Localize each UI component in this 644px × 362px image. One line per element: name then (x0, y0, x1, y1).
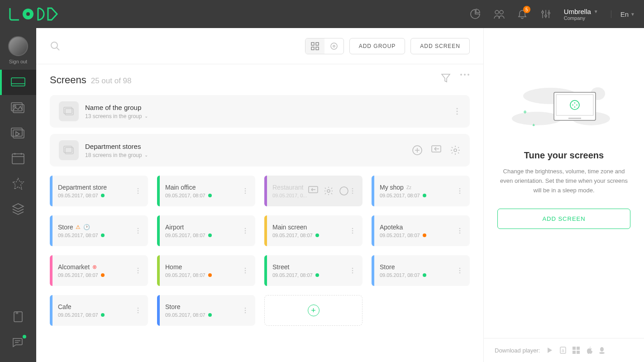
screen-card[interactable]: Home 09.05.2017, 08:07 (157, 255, 255, 286)
status-dot (101, 313, 105, 317)
logo[interactable] (9, 7, 67, 21)
screen-name: Alcomarket (58, 263, 90, 271)
screen-card[interactable]: Department store 09.05.2017, 08:07 (50, 176, 148, 206)
svg-point-66 (245, 233, 246, 234)
apple-icon[interactable] (586, 347, 592, 354)
screen-card[interactable]: Store⚠🕑 09.05.2017, 08:07 (50, 215, 148, 246)
add-screen-card[interactable]: + (264, 295, 363, 326)
svg-point-36 (457, 108, 458, 110)
status-dot (423, 233, 426, 237)
screen-card[interactable]: Store 09.05.2017, 08:07 (372, 255, 470, 286)
nav-apps[interactable] (0, 171, 36, 196)
nav-help[interactable] (0, 304, 36, 329)
screen-card[interactable]: Alcomarket⊗ 09.05.2017, 08:07 (50, 255, 148, 286)
svg-point-64 (245, 228, 246, 229)
svg-text:+: + (532, 122, 535, 128)
chevron-down-icon[interactable]: ⌄ (144, 152, 148, 157)
assign-icon[interactable] (431, 145, 442, 156)
nav-media[interactable] (0, 95, 36, 120)
screen-name: Restaurant (272, 184, 303, 191)
svg-point-87 (138, 312, 139, 314)
screen-card[interactable]: Cafe 09.05.2017, 08:07 (50, 295, 148, 326)
screen-menu-icon[interactable] (349, 267, 356, 274)
panel-add-screen-button[interactable]: ADD SCREEN (497, 209, 630, 229)
lang-label: En (620, 10, 629, 18)
screen-card[interactable]: Street 09.05.2017, 08:07 (264, 255, 363, 286)
page-count: 25 out of 98 (91, 76, 132, 86)
screen-menu-icon[interactable] (242, 307, 249, 314)
screen-menu-icon[interactable] (456, 267, 463, 274)
group-row[interactable]: Department stores 18 screens in the grou… (50, 134, 470, 167)
status-dot (423, 273, 426, 277)
screen-card[interactable]: My shopZz 09.05.2017, 08:07 (372, 176, 470, 206)
screen-menu-icon[interactable] (242, 228, 249, 234)
screen-menu-icon[interactable] (349, 228, 356, 234)
nav-screens[interactable] (0, 70, 36, 95)
map-view-button[interactable] (324, 38, 343, 54)
screen-menu-icon[interactable] (349, 188, 356, 194)
sign-out-link[interactable]: Sign out (9, 59, 27, 64)
settings-icon[interactable] (324, 186, 334, 196)
nav-playlists[interactable] (0, 120, 36, 146)
add-to-group-icon[interactable] (412, 145, 423, 156)
company-dropdown[interactable]: Umbrella▼ Company (564, 8, 598, 21)
group-settings-icon[interactable] (450, 145, 461, 156)
screen-card[interactable]: Apoteka 09.05.2017, 08:07 (372, 215, 470, 246)
android-icon[interactable] (546, 347, 553, 354)
screen-menu-icon[interactable] (242, 267, 249, 274)
group-menu-icon[interactable] (453, 108, 461, 115)
screen-card[interactable]: Airport 09.05.2017, 08:07 (157, 215, 255, 246)
linux-icon[interactable] (599, 347, 605, 354)
screen-date: 09.05.2017, 08:07 (58, 193, 98, 198)
screen-card[interactable]: Main office 09.05.2017, 08:07 (157, 176, 255, 206)
screen-menu-icon[interactable] (134, 307, 142, 314)
svg-rect-18 (14, 312, 22, 322)
search-icon[interactable] (50, 41, 61, 52)
amazon-icon[interactable]: a (560, 347, 566, 354)
analytics-icon[interactable] (470, 9, 481, 19)
screen-menu-icon[interactable] (242, 188, 249, 194)
notifications-icon[interactable]: 5 (517, 9, 528, 19)
chevron-down-icon[interactable]: ⌄ (144, 114, 148, 119)
screen-card[interactable]: Store 09.05.2017, 08:07 (157, 295, 255, 326)
screen-menu-icon[interactable] (456, 228, 463, 234)
screen-date: 09.05.2017, 08:07 (165, 272, 205, 278)
avatar[interactable] (8, 36, 28, 56)
status-icon[interactable] (339, 186, 349, 196)
nav-chat[interactable] (0, 329, 36, 355)
svg-point-31 (460, 74, 462, 76)
svg-rect-103 (572, 347, 576, 350)
svg-point-60 (459, 193, 461, 194)
screen-card[interactable]: Restaurant 09.05.2017, 0... (264, 176, 363, 206)
screen-name: Main office (165, 184, 196, 191)
grid-view-button[interactable] (305, 38, 324, 54)
page-title: Screens (50, 74, 86, 86)
filter-icon[interactable] (441, 73, 451, 83)
screen-menu-icon[interactable] (134, 267, 142, 274)
group-name: Name of the group (85, 104, 453, 111)
status-dot (315, 273, 319, 277)
screen-card[interactable]: Main screen 09.05.2017, 08:07 (264, 215, 363, 246)
status-dot (208, 233, 212, 237)
add-screen-button[interactable]: ADD SCREEN (410, 38, 470, 54)
nav-layers[interactable] (0, 196, 36, 222)
windows-icon[interactable] (572, 347, 580, 354)
assign-icon[interactable] (308, 186, 318, 196)
users-icon[interactable] (493, 9, 504, 19)
svg-rect-25 (311, 43, 314, 45)
nav-schedule[interactable] (0, 146, 36, 171)
plus-icon: + (308, 305, 320, 316)
more-icon[interactable] (460, 73, 470, 83)
language-dropdown[interactable]: En▼ (611, 10, 635, 18)
svg-point-30 (333, 45, 335, 47)
settings-icon[interactable] (540, 9, 551, 19)
screen-menu-icon[interactable] (456, 188, 463, 194)
screen-menu-icon[interactable] (134, 188, 142, 194)
status-dot (208, 313, 212, 317)
screen-menu-icon[interactable] (134, 228, 142, 234)
add-group-button[interactable]: ADD GROUP (349, 38, 405, 54)
status-dot (315, 233, 319, 237)
group-row[interactable]: Name of the group 13 screens in the grou… (50, 95, 470, 128)
svg-point-32 (464, 74, 466, 76)
svg-point-55 (352, 188, 353, 190)
